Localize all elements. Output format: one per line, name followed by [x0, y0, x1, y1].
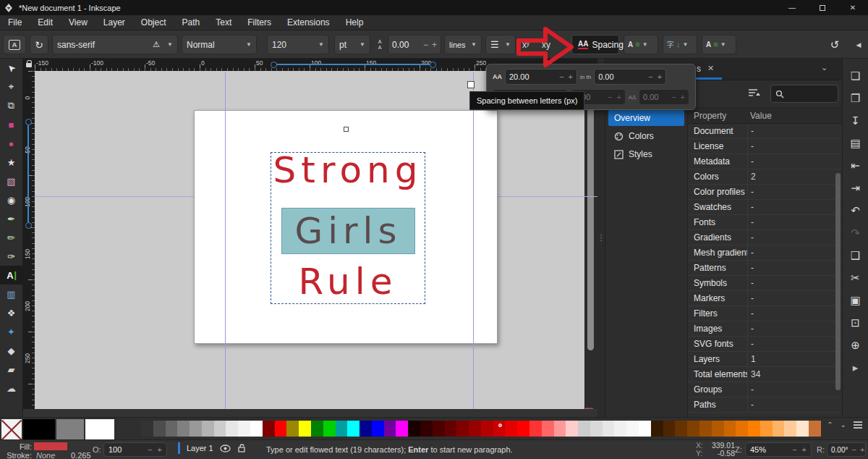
canvas-text-line[interactable]: Strong	[271, 152, 425, 188]
palette-swatch[interactable]	[420, 421, 433, 437]
palette-swatch[interactable]	[238, 421, 250, 437]
panel-splitter-handle[interactable]: ⋮	[597, 59, 605, 417]
palette-swatch[interactable]	[748, 421, 760, 437]
palette-swatch[interactable]	[529, 421, 542, 437]
command-button[interactable]: ↷	[844, 222, 867, 244]
stroke-width-value[interactable]: 0.265	[71, 451, 91, 459]
palette-swatch[interactable]	[675, 421, 687, 437]
zoom-spinner[interactable]: 45% − +	[745, 442, 812, 457]
plus-icon[interactable]: +	[569, 72, 573, 81]
palette-swatch[interactable]	[275, 421, 287, 437]
table-row[interactable]: Metadata -	[688, 154, 843, 169]
ruler-corner-lock[interactable]	[23, 59, 35, 71]
maximize-button[interactable]	[807, 0, 838, 15]
table-row[interactable]: Color profiles -	[688, 185, 843, 200]
table-row[interactable]: Colors 2	[688, 169, 843, 185]
sidebar-item-colors[interactable]: Colors	[608, 128, 684, 144]
palette-swatch[interactable]	[603, 421, 615, 437]
search-box[interactable]	[770, 85, 838, 103]
tool-button[interactable]: ⧉	[0, 96, 23, 115]
palette-swatch[interactable]	[347, 421, 359, 437]
tool-button[interactable]: ➤	[0, 59, 23, 77]
menu-item[interactable]: Object	[133, 17, 174, 28]
table-row[interactable]: Fonts -	[688, 215, 843, 230]
menu-item[interactable]: File	[0, 17, 30, 28]
chevron-down-icon[interactable]: ⌄	[821, 63, 827, 72]
tool-button[interactable]: ▥	[0, 285, 23, 303]
spacing-toggle-button[interactable]: AA Spacing	[571, 35, 619, 54]
palette-swatch[interactable]	[311, 421, 323, 437]
canvas-text-line[interactable]: Rule	[271, 264, 425, 300]
menu-item[interactable]: Extensions	[279, 17, 338, 28]
command-button[interactable]: ▣	[844, 289, 867, 311]
table-row[interactable]: Markers -	[688, 291, 843, 306]
palette-swatch[interactable]	[784, 421, 796, 437]
palette-swatch[interactable]	[639, 421, 651, 437]
tool-button[interactable]: ●	[0, 134, 23, 153]
palette-swatch[interactable]	[177, 421, 190, 437]
tool-button[interactable]: ⌖	[0, 77, 23, 96]
sidebar-item-styles[interactable]: Styles	[608, 146, 684, 162]
dialog-tab-label[interactable]: s	[697, 64, 701, 74]
table-row[interactable]: Groups -	[688, 382, 843, 397]
menu-item[interactable]: Filters	[239, 17, 279, 28]
stroke-value[interactable]: None	[36, 451, 55, 459]
vertical-guide[interactable]	[225, 72, 226, 409]
palette-swatch[interactable]	[687, 421, 699, 437]
tool-button[interactable]: ◉	[0, 190, 23, 209]
palette-swatch[interactable]	[336, 421, 348, 437]
refresh-button[interactable]: ↻	[30, 35, 48, 54]
palette-swatch[interactable]	[202, 421, 214, 437]
menu-item[interactable]: Help	[338, 17, 372, 28]
command-button[interactable]: ❐	[844, 87, 867, 109]
table-row[interactable]: Gradients -	[688, 230, 843, 245]
tool-button[interactable]: ❖	[0, 303, 23, 322]
palette-swatch[interactable]	[153, 421, 166, 437]
menu-item[interactable]: Text	[208, 17, 239, 28]
command-button[interactable]: ⇥	[844, 177, 867, 199]
opacity-spinner[interactable]: 100 − +	[103, 442, 167, 457]
plus-icon[interactable]: +	[802, 445, 807, 454]
command-button[interactable]: ✂	[844, 266, 867, 289]
tool-button[interactable]: ✑	[0, 247, 23, 266]
palette-swatch[interactable]	[760, 421, 773, 437]
palette-swatch[interactable]	[469, 421, 481, 437]
command-button[interactable]: ❑	[844, 244, 867, 266]
letter-spacing-field[interactable]: 20.00 − +	[505, 69, 577, 85]
palette-swatch[interactable]	[481, 421, 493, 437]
table-row[interactable]: Document -	[688, 124, 843, 139]
tool-button[interactable]: A |	[0, 266, 23, 285]
menu-item[interactable]: Path	[174, 17, 208, 28]
palette-swatch[interactable]	[166, 421, 178, 437]
command-button[interactable]: ⇤	[844, 154, 867, 177]
palette-swatch[interactable]	[433, 421, 445, 437]
tool-button[interactable]: ✏	[0, 228, 23, 247]
palette-swatch[interactable]	[141, 421, 153, 437]
fill-color-swatch[interactable]	[34, 442, 67, 450]
line-spacing-unit-combo[interactable]: lines ▼	[444, 35, 482, 54]
command-button[interactable]: ▤	[844, 132, 867, 154]
tool-button[interactable]: ◆	[0, 341, 23, 360]
font-family-combo[interactable]: sans-serif ⚠ ▼	[52, 35, 178, 54]
menu-item[interactable]: Layer	[95, 17, 133, 28]
palette-swatch[interactable]	[554, 421, 566, 437]
plus-icon[interactable]: +	[860, 445, 864, 454]
writing-direction-combo[interactable]: A ≡ ▼	[624, 35, 658, 54]
command-button[interactable]: ▸	[844, 356, 867, 379]
selected-text-highlight[interactable]: Girls	[281, 208, 415, 254]
sidebar-item-overview[interactable]: Overview	[608, 110, 684, 126]
palette-swatch-black[interactable]	[23, 419, 55, 439]
tool-button[interactable]: ✒	[0, 209, 23, 228]
palette-swatch-white[interactable]	[85, 419, 114, 439]
tab-close-icon[interactable]: ✕	[707, 64, 714, 73]
palette-swatch[interactable]	[578, 421, 590, 437]
palette-swatch[interactable]	[542, 421, 554, 437]
minus-icon[interactable]: −	[423, 40, 428, 50]
palette-swatch[interactable]	[396, 421, 408, 437]
plus-icon[interactable]: +	[658, 72, 662, 81]
palette-swatch[interactable]	[626, 421, 639, 437]
font-style-combo[interactable]: Normal ▼	[182, 35, 257, 54]
palette-swatch[interactable]	[226, 421, 238, 437]
palette-swatch[interactable]	[505, 421, 517, 437]
table-row[interactable]: SVG fonts -	[688, 337, 843, 352]
